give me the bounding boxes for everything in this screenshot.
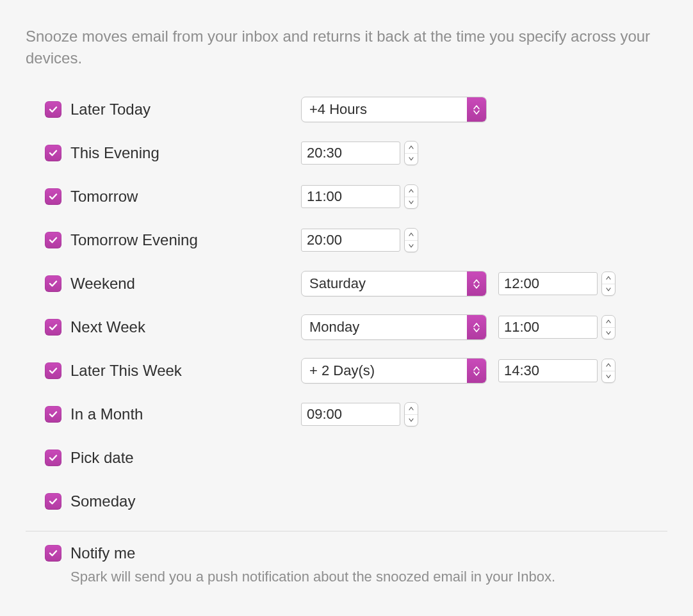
select-arrows-icon — [467, 272, 486, 296]
stepper-up-icon — [405, 229, 418, 241]
checkbox-notify-me[interactable] — [45, 545, 61, 562]
label-later-today: Later Today — [70, 101, 151, 118]
select-later-today[interactable]: +4 Hours — [301, 97, 487, 122]
time-input-weekend[interactable]: 12:00 — [498, 272, 598, 295]
label-pick-date: Pick date — [70, 449, 134, 467]
checkbox-tomorrow-evening[interactable] — [45, 232, 61, 248]
time-input-next-week[interactable]: 11:00 — [498, 316, 598, 339]
stepper-next-week[interactable] — [601, 315, 616, 339]
select-value: Saturday — [309, 275, 366, 292]
stepper-weekend[interactable] — [601, 272, 616, 296]
row-someday: Someday — [45, 480, 667, 523]
stepper-down-icon — [405, 415, 418, 426]
checkbox-weekend[interactable] — [45, 275, 61, 292]
checkmark-icon — [48, 279, 58, 289]
stepper-this-evening[interactable] — [404, 141, 418, 165]
stepper-up-icon — [405, 142, 418, 154]
checkmark-icon — [48, 366, 58, 376]
checkmark-icon — [48, 148, 58, 158]
row-this-evening: This Evening 20:30 — [45, 131, 667, 175]
time-input-this-evening[interactable]: 20:30 — [301, 142, 400, 165]
row-tomorrow-evening: Tomorrow Evening 20:00 — [45, 218, 667, 262]
stepper-down-icon — [602, 371, 615, 383]
label-tomorrow: Tomorrow — [70, 188, 138, 206]
snooze-options-list: Later Today +4 Hours This Evening — [26, 88, 667, 523]
row-later-today: Later Today +4 Hours — [45, 88, 667, 131]
time-input-tomorrow[interactable]: 11:00 — [301, 185, 400, 208]
divider — [26, 531, 667, 531]
select-arrows-icon — [467, 359, 486, 383]
label-next-week: Next Week — [70, 318, 145, 336]
checkmark-icon — [48, 104, 58, 115]
checkbox-next-week[interactable] — [45, 319, 61, 336]
select-value: +4 Hours — [309, 101, 367, 118]
time-input-in-a-month[interactable]: 09:00 — [301, 403, 400, 426]
select-arrows-icon — [467, 315, 486, 339]
checkbox-in-a-month[interactable] — [45, 406, 61, 423]
label-later-this-week: Later This Week — [70, 362, 182, 380]
label-in-a-month: In a Month — [70, 405, 143, 423]
notify-section: Notify me Spark will send you a push not… — [26, 539, 667, 587]
select-arrows-icon — [467, 97, 486, 122]
checkbox-later-this-week[interactable] — [45, 362, 61, 379]
stepper-down-icon — [405, 154, 418, 165]
row-tomorrow: Tomorrow 11:00 — [45, 175, 667, 218]
label-this-evening: This Evening — [70, 144, 159, 162]
stepper-in-a-month[interactable] — [404, 402, 418, 426]
checkmark-icon — [48, 548, 58, 558]
label-tomorrow-evening: Tomorrow Evening — [70, 231, 198, 249]
select-next-week[interactable]: Monday — [301, 314, 487, 340]
row-next-week: Next Week Monday 11:00 — [45, 305, 667, 349]
checkbox-later-today[interactable] — [45, 101, 61, 118]
row-later-this-week: Later This Week + 2 Day(s) 14:30 — [45, 349, 667, 393]
label-weekend: Weekend — [70, 275, 135, 293]
row-in-a-month: In a Month 09:00 — [45, 393, 667, 436]
checkmark-icon — [48, 409, 58, 419]
stepper-down-icon — [405, 241, 418, 252]
select-later-this-week[interactable]: + 2 Day(s) — [301, 358, 487, 384]
checkbox-this-evening[interactable] — [45, 145, 61, 161]
stepper-down-icon — [405, 197, 418, 209]
checkmark-icon — [48, 496, 58, 507]
time-input-tomorrow-evening[interactable]: 20:00 — [301, 229, 400, 252]
stepper-up-icon — [602, 272, 615, 284]
checkmark-icon — [48, 191, 58, 202]
checkbox-someday[interactable] — [45, 493, 61, 510]
notify-description: Spark will send you a push notification … — [45, 567, 667, 587]
time-input-later-this-week[interactable]: 14:30 — [498, 359, 598, 382]
row-pick-date: Pick date — [45, 436, 667, 480]
stepper-up-icon — [602, 359, 615, 371]
select-value: + 2 Day(s) — [309, 362, 375, 379]
checkmark-icon — [48, 453, 58, 463]
checkmark-icon — [48, 235, 58, 245]
select-value: Monday — [309, 319, 359, 336]
stepper-later-this-week[interactable] — [601, 359, 616, 383]
stepper-down-icon — [602, 328, 615, 339]
select-weekend[interactable]: Saturday — [301, 271, 487, 296]
checkmark-icon — [48, 322, 58, 332]
stepper-up-icon — [405, 185, 418, 197]
stepper-up-icon — [602, 316, 615, 328]
checkbox-pick-date[interactable] — [45, 450, 61, 466]
snooze-description: Snooze moves email from your inbox and r… — [26, 26, 667, 69]
checkbox-tomorrow[interactable] — [45, 188, 61, 205]
label-notify-me: Notify me — [70, 544, 135, 562]
stepper-up-icon — [405, 403, 418, 415]
stepper-down-icon — [602, 284, 615, 296]
snooze-settings-panel: Snooze moves email from your inbox and r… — [0, 0, 693, 616]
row-weekend: Weekend Saturday 12:00 — [45, 262, 667, 305]
stepper-tomorrow-evening[interactable] — [404, 228, 418, 252]
stepper-tomorrow[interactable] — [404, 184, 418, 209]
label-someday: Someday — [70, 492, 135, 510]
